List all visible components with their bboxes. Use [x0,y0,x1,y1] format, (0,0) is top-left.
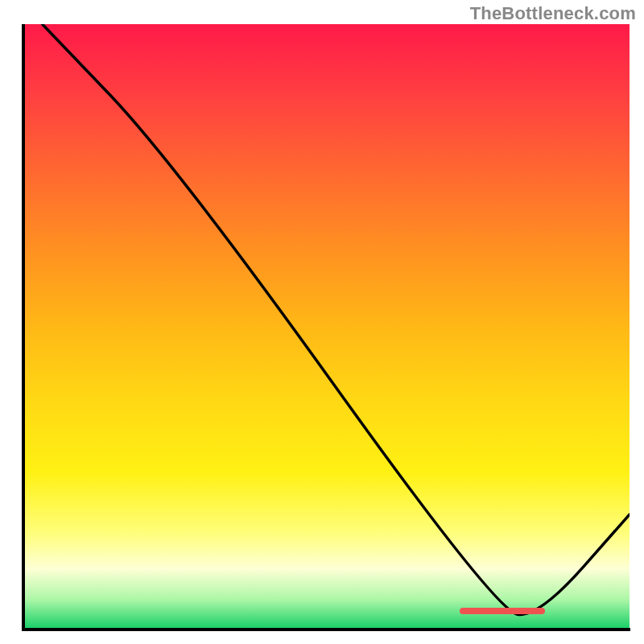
optimal-range-marker [460,608,544,614]
watermark-text: TheBottleneck.com [470,3,636,24]
y-axis-line [22,24,25,630]
chart-container: TheBottleneck.com [0,0,644,644]
x-axis-line [22,628,630,631]
plot-area [24,24,630,630]
bottleneck-curve [24,24,630,630]
